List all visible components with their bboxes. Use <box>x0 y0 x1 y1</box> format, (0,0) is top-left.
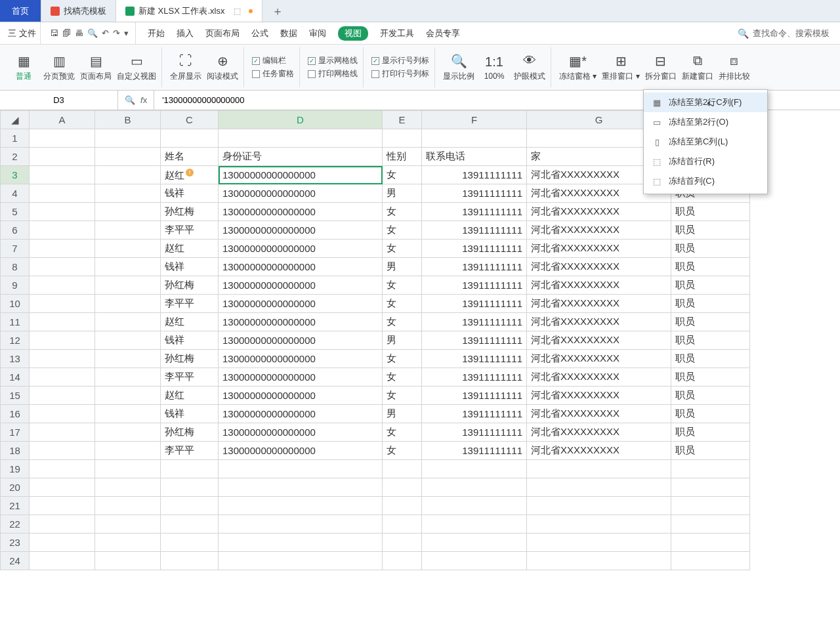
cell-B22[interactable] <box>95 515 161 534</box>
cell-C18[interactable]: 李平平 <box>161 442 219 460</box>
cell-F7[interactable]: 13911111111 <box>422 240 527 258</box>
cell-E6[interactable]: 女 <box>383 221 422 240</box>
cell-D12[interactable]: 13000000000000000 <box>219 331 383 350</box>
cell-G14[interactable]: 河北省XXXXXXXXX <box>527 368 671 387</box>
cell-E17[interactable]: 女 <box>383 423 422 442</box>
cell-D5[interactable]: 13000000000000000 <box>219 203 383 221</box>
cell-E12[interactable]: 男 <box>383 331 422 350</box>
freeze-menu-item-1[interactable]: ▭冻结至第2行(O) <box>644 112 767 132</box>
cell-G12[interactable]: 河北省XXXXXXXXX <box>527 331 671 350</box>
cell-D23[interactable] <box>219 534 383 552</box>
cell-H10[interactable]: 职员 <box>671 295 750 313</box>
cell-B24[interactable] <box>95 552 161 570</box>
cell-A8[interactable] <box>30 258 95 276</box>
zoom-100-button[interactable]: 1:1100% <box>480 54 509 81</box>
cell-E20[interactable] <box>383 478 422 497</box>
cell-E1[interactable] <box>383 129 422 148</box>
qat-saveas-icon[interactable]: 🗐 <box>62 28 71 38</box>
cell-D17[interactable]: 13000000000000000 <box>219 423 383 442</box>
cell-B20[interactable] <box>95 478 161 497</box>
cell-A9[interactable] <box>30 276 95 295</box>
cell-H18[interactable]: 职员 <box>671 442 750 460</box>
cell-D6[interactable]: 13000000000000000 <box>219 221 383 240</box>
cell-F6[interactable]: 13911111111 <box>422 221 527 240</box>
cell-H22[interactable] <box>671 515 750 534</box>
tab-home[interactable]: 首页 <box>0 0 41 22</box>
cell-A12[interactable] <box>30 331 95 350</box>
cell-C21[interactable] <box>161 497 219 515</box>
cell-E24[interactable] <box>383 552 422 570</box>
cell-A23[interactable] <box>30 534 95 552</box>
cell-A17[interactable] <box>30 423 95 442</box>
cell-C13[interactable]: 孙红梅 <box>161 350 219 368</box>
cell-D24[interactable] <box>219 552 383 570</box>
cell-C17[interactable]: 孙红梅 <box>161 423 219 442</box>
name-box-input[interactable] <box>7 94 111 106</box>
tab-close-icon[interactable]: ⬚ <box>234 7 241 16</box>
fullscreen-button[interactable]: ⛶全屏显示 <box>170 53 201 82</box>
cell-A10[interactable] <box>30 295 95 313</box>
cell-D22[interactable] <box>219 515 383 534</box>
cell-C11[interactable]: 赵红 <box>161 313 219 331</box>
cell-F22[interactable] <box>422 515 527 534</box>
cell-D18[interactable]: 13000000000000000 <box>219 442 383 460</box>
cell-D21[interactable] <box>219 497 383 515</box>
cell-D15[interactable]: 13000000000000000 <box>219 387 383 405</box>
cell-E8[interactable]: 男 <box>383 258 422 276</box>
cell-D7[interactable]: 13000000000000000 <box>219 240 383 258</box>
cell-H6[interactable]: 职员 <box>671 221 750 240</box>
cell-B12[interactable] <box>95 331 161 350</box>
ribbon-tab-0[interactable]: 开始 <box>148 28 165 39</box>
cell-E7[interactable]: 女 <box>383 240 422 258</box>
row-header-3[interactable]: 3 <box>1 166 30 184</box>
cell-C10[interactable]: 李平平 <box>161 295 219 313</box>
cell-A1[interactable] <box>30 129 95 148</box>
cell-B10[interactable] <box>95 295 161 313</box>
cell-G8[interactable]: 河北省XXXXXXXXX <box>527 258 671 276</box>
zoom-button[interactable]: 🔍显示比例 <box>443 53 474 82</box>
cell-C16[interactable]: 钱祥 <box>161 405 219 423</box>
row-header-8[interactable]: 8 <box>1 258 30 276</box>
cell-E14[interactable]: 女 <box>383 368 422 387</box>
cell-F15[interactable]: 13911111111 <box>422 387 527 405</box>
cell-E5[interactable]: 女 <box>383 203 422 221</box>
freeze-menu-item-4[interactable]: ⬚冻结首列(C) <box>644 171 767 191</box>
cell-B4[interactable] <box>95 184 161 203</box>
cell-H16[interactable]: 职员 <box>671 405 750 423</box>
cell-H5[interactable]: 职员 <box>671 203 750 221</box>
row-header-21[interactable]: 21 <box>1 497 30 515</box>
split-window-button[interactable]: ⊟拆分窗口 <box>645 53 677 82</box>
row-header-23[interactable]: 23 <box>1 534 30 552</box>
col-header-C[interactable]: C <box>161 111 219 129</box>
qat-dropdown-icon[interactable]: ▾ <box>124 28 129 38</box>
cell-A16[interactable] <box>30 405 95 423</box>
cell-C23[interactable] <box>161 534 219 552</box>
cell-H23[interactable] <box>671 534 750 552</box>
cell-F5[interactable]: 13911111111 <box>422 203 527 221</box>
cell-D19[interactable] <box>219 460 383 478</box>
cell-B17[interactable] <box>95 423 161 442</box>
chk-printhead[interactable]: 打印行号列标 <box>371 68 429 79</box>
cell-A22[interactable] <box>30 515 95 534</box>
cell-H9[interactable]: 职员 <box>671 276 750 295</box>
cell-H19[interactable] <box>671 460 750 478</box>
cell-A4[interactable] <box>30 184 95 203</box>
cell-C7[interactable]: 赵红 <box>161 240 219 258</box>
readmode-button[interactable]: ⊕阅读模式 <box>207 53 238 82</box>
chk-editbar[interactable]: 编辑栏 <box>252 55 294 66</box>
chk-headings[interactable]: 显示行号列标 <box>371 55 429 66</box>
new-window-button[interactable]: ⧉新建窗口 <box>682 53 713 82</box>
cell-E10[interactable]: 女 <box>383 295 422 313</box>
row-header-22[interactable]: 22 <box>1 515 30 534</box>
cell-H14[interactable]: 职员 <box>671 368 750 387</box>
cell-G19[interactable] <box>527 460 671 478</box>
ribbon-tab-6[interactable]: 视图 <box>338 26 368 41</box>
row-header-13[interactable]: 13 <box>1 350 30 368</box>
cell-C6[interactable]: 李平平 <box>161 221 219 240</box>
cell-C24[interactable] <box>161 552 219 570</box>
cell-E23[interactable] <box>383 534 422 552</box>
ribbon-tab-8[interactable]: 会员专享 <box>426 28 460 39</box>
view-custom-button[interactable]: ▭自定义视图 <box>117 53 156 82</box>
view-normal-button[interactable]: ▦普通 <box>9 53 38 82</box>
cell-D11[interactable]: 13000000000000000 <box>219 313 383 331</box>
